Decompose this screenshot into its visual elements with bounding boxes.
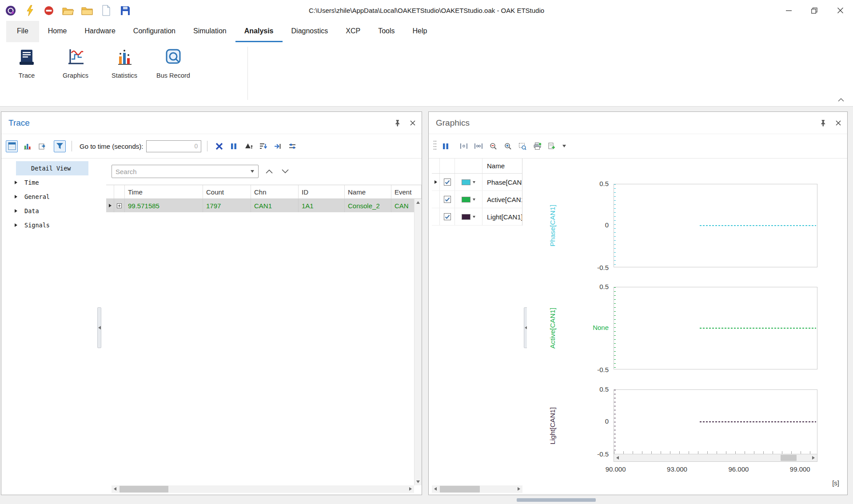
tab-tools[interactable]: Tools [369,21,403,42]
print-icon[interactable] [531,140,543,152]
zoom-in-icon[interactable] [502,140,514,152]
scroll-right-icon[interactable] [812,456,815,460]
collapse-ribbon-icon[interactable] [838,95,844,103]
column-header-count[interactable]: Count [203,185,251,198]
export-icon[interactable] [546,140,558,152]
pause-icon[interactable] [440,140,451,152]
signal-color-swatch[interactable] [462,214,470,220]
ribbon-item-trace[interactable]: Trace [7,48,46,79]
signal-visible-checkbox[interactable] [444,213,451,220]
legend-row-phase[interactable]: Phase[CAN1] [432,174,522,191]
tab-configuration[interactable]: Configuration [124,21,184,42]
pause-icon[interactable] [228,140,239,152]
tree-splitter[interactable] [97,307,101,348]
scroll-up-icon[interactable] [416,201,420,204]
column-header-chn[interactable]: Chn [251,185,299,198]
close-button[interactable] [827,0,853,21]
goto-time-input[interactable] [146,140,201,152]
ribbon-item-graphics[interactable]: Graphics [56,48,95,79]
search-previous-icon[interactable] [264,166,275,177]
expand-icon[interactable] [15,209,17,213]
scroll-down-icon[interactable] [416,480,420,483]
signal-color-swatch[interactable] [462,179,470,185]
tab-hardware[interactable]: Hardware [76,21,124,42]
tree-item-detail-view[interactable]: Detail View [16,161,88,175]
sort-descending-icon[interactable] [257,140,269,152]
detail-view-icon[interactable] [6,140,18,152]
table-row[interactable]: 99.571585 1797 CAN1 1A1 Console_2 CAN [106,199,422,212]
toolbar-dropdown-icon[interactable] [561,140,568,152]
restore-button[interactable] [801,0,827,21]
tab-simulation[interactable]: Simulation [184,21,235,42]
scroll-thumb[interactable] [120,486,168,492]
scroll-right-icon[interactable] [518,487,520,491]
zoom-out-icon[interactable] [487,140,499,152]
tab-help[interactable]: Help [403,21,436,42]
toolbar-grip[interactable] [433,140,437,152]
chart-view-icon[interactable] [21,140,33,152]
search-next-icon[interactable] [280,166,291,177]
clear-icon[interactable] [213,140,225,152]
tab-diagnostics[interactable]: Diagnostics [283,21,337,42]
tree-item-data[interactable]: Data [1,204,99,218]
search-dropdown-icon[interactable] [247,170,258,173]
color-dropdown-icon[interactable] [473,198,475,201]
color-dropdown-icon[interactable] [473,216,475,218]
go-to-end-icon[interactable] [272,140,283,152]
column-header-time[interactable]: Time [125,185,203,198]
expand-icon[interactable] [15,223,17,227]
fit-all-icon[interactable] [473,140,484,152]
pin-icon[interactable] [395,119,401,127]
legend-row-light[interactable]: Light[CAN1] [432,208,522,226]
column-header-name[interactable]: Name [345,185,391,198]
expand-icon[interactable] [434,180,437,184]
tab-xcp[interactable]: XCP [337,21,369,42]
new-document-icon[interactable] [100,4,112,17]
ribbon-item-bus-record[interactable]: Bus Record [154,48,193,79]
scroll-left-icon[interactable] [616,456,619,460]
scroll-left-icon[interactable] [114,487,116,491]
color-dropdown-icon[interactable] [473,181,475,183]
export-view-icon[interactable] [36,140,48,152]
time-marker-icon[interactable] [243,140,254,152]
tree-item-general[interactable]: General [1,190,99,204]
chart-horizontal-scrollbar[interactable] [614,454,817,461]
legend-row-active[interactable]: Active[CAN1] [432,191,522,208]
fit-horizontal-icon[interactable] [458,140,470,152]
table-horizontal-scrollbar[interactable] [112,485,414,493]
table-vertical-scrollbar[interactable] [414,199,422,485]
view-options-icon[interactable] [287,140,298,152]
scroll-left-icon[interactable] [434,487,437,491]
signal-color-swatch[interactable] [462,197,470,202]
lightning-icon[interactable] [24,4,36,17]
legend-horizontal-scrollbar[interactable] [432,485,522,493]
scroll-thumb[interactable] [440,486,480,492]
signal-visible-checkbox[interactable] [444,179,451,186]
zoom-region-icon[interactable] [517,140,528,152]
open-folder-icon[interactable] [81,4,93,17]
scroll-thumb[interactable] [781,455,797,461]
expand-icon[interactable] [15,195,17,198]
expand-icon[interactable] [15,181,17,184]
tab-home[interactable]: Home [39,21,76,42]
scroll-right-icon[interactable] [409,487,412,491]
minimize-button[interactable] [776,0,801,21]
column-header-id[interactable]: ID [299,185,345,198]
stop-icon[interactable] [43,4,55,17]
tree-item-signals[interactable]: Signals [1,218,99,232]
close-panel-icon[interactable] [410,120,415,126]
pin-icon[interactable] [820,119,827,127]
search-combobox[interactable] [112,165,259,178]
legend-name-header[interactable]: Name [482,159,522,173]
ribbon-item-statistics[interactable]: Statistics [105,48,144,79]
tab-file[interactable]: File [6,21,39,42]
save-icon[interactable] [119,4,132,17]
filter-icon[interactable] [54,140,66,152]
tree-item-time[interactable]: Time [1,175,99,190]
row-expander-icon[interactable] [106,199,114,212]
close-panel-icon[interactable] [836,120,841,126]
bottom-splitter-grip[interactable] [517,498,596,502]
app-logo-icon[interactable] [4,4,17,17]
search-input[interactable] [112,168,247,175]
row-plus-icon[interactable] [114,199,125,212]
